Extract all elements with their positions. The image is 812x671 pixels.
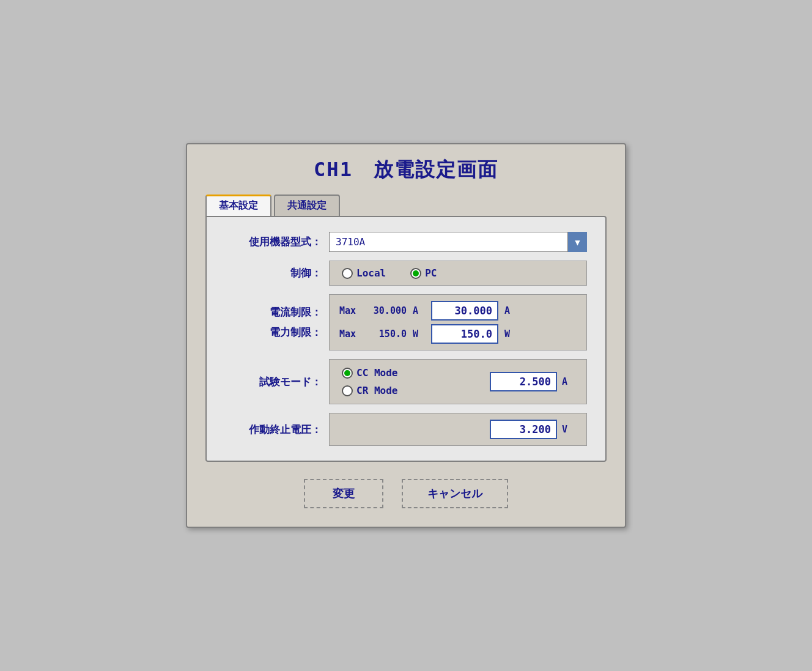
current-input-unit: A	[504, 305, 517, 316]
control-pc-radio[interactable]: PC	[410, 267, 437, 279]
current-max-value: 30.000	[367, 305, 407, 316]
power-limit-row: Max 150.0 W W	[339, 324, 577, 344]
mode-right: A	[490, 372, 574, 391]
current-limit-row: Max 30.000 A A	[339, 301, 577, 321]
mode-input-unit: A	[562, 376, 574, 387]
limits-box: Max 30.000 A A Max 150.0 W W	[329, 294, 587, 350]
power-max-label: Max	[339, 328, 361, 339]
device-label: 使用機器型式：	[225, 235, 329, 249]
voltage-box: V	[329, 413, 587, 446]
tab-basic[interactable]: 基本設定	[205, 195, 271, 216]
cancel-button[interactable]: キャンセル	[402, 479, 508, 508]
mode-cc-radio[interactable]: CC Mode	[342, 367, 397, 379]
voltage-label: 作動終止電圧：	[225, 423, 329, 437]
control-control: Local PC	[329, 261, 587, 286]
current-limit-label: 電流制限：	[225, 305, 322, 319]
control-local-radio[interactable]: Local	[342, 267, 386, 279]
device-dropdown-wrap: 3710A 3720A 3730A	[329, 232, 587, 252]
control-local-circle	[342, 268, 353, 279]
limits-label: 電流制限： 電力制限：	[225, 305, 329, 339]
button-row: 変更 キャンセル	[205, 479, 607, 508]
mode-row: 試験モード： CC Mode CR Mode	[225, 359, 587, 404]
device-select[interactable]: 3710A 3720A 3730A	[329, 232, 587, 252]
device-control: 3710A 3720A 3730A	[329, 232, 587, 252]
control-pc-circle	[410, 268, 421, 279]
current-max-label: Max	[339, 305, 361, 316]
current-input[interactable]	[431, 301, 498, 321]
voltage-input[interactable]	[490, 420, 557, 439]
limits-row: 電流制限： 電力制限： Max 30.000 A A Max	[225, 294, 587, 350]
current-max-unit: A	[413, 305, 425, 316]
change-button[interactable]: 変更	[304, 479, 383, 508]
voltage-row: 作動終止電圧： V	[225, 413, 587, 446]
power-max-value: 150.0	[367, 328, 407, 339]
control-radio-box: Local PC	[329, 261, 587, 286]
power-input-unit: W	[504, 328, 517, 339]
tab-bar: 基本設定 共通設定	[205, 195, 607, 216]
mode-radios: CC Mode CR Mode	[342, 367, 397, 396]
power-max-unit: W	[413, 328, 425, 339]
device-row: 使用機器型式： 3710A 3720A 3730A	[225, 232, 587, 252]
control-pc-label: PC	[425, 267, 437, 279]
mode-cc-label: CC Mode	[356, 367, 397, 379]
voltage-control: V	[329, 413, 587, 446]
control-row: 制御： Local PC	[225, 261, 587, 286]
mode-cr-circle	[342, 385, 353, 396]
tab-common[interactable]: 共通設定	[274, 195, 340, 216]
dialog: CH1 放電設定画面 基本設定 共通設定 使用機器型式： 3710A 3720A…	[186, 143, 626, 528]
mode-input[interactable]	[490, 372, 557, 391]
voltage-input-unit: V	[562, 424, 574, 435]
limits-control: Max 30.000 A A Max 150.0 W W	[329, 294, 587, 350]
mode-cr-radio[interactable]: CR Mode	[342, 385, 397, 396]
mode-control: CC Mode CR Mode A	[329, 359, 587, 404]
content-panel: 使用機器型式： 3710A 3720A 3730A 制御：	[205, 216, 607, 462]
mode-cr-label: CR Mode	[356, 385, 397, 396]
mode-box: CC Mode CR Mode A	[329, 359, 587, 404]
mode-label: 試験モード：	[225, 375, 329, 389]
mode-cc-circle	[342, 368, 353, 379]
power-input[interactable]	[431, 324, 498, 344]
dialog-title: CH1 放電設定画面	[205, 157, 607, 184]
control-local-label: Local	[356, 267, 386, 279]
power-limit-label: 電力制限：	[225, 325, 322, 339]
control-label: 制御：	[225, 266, 329, 280]
